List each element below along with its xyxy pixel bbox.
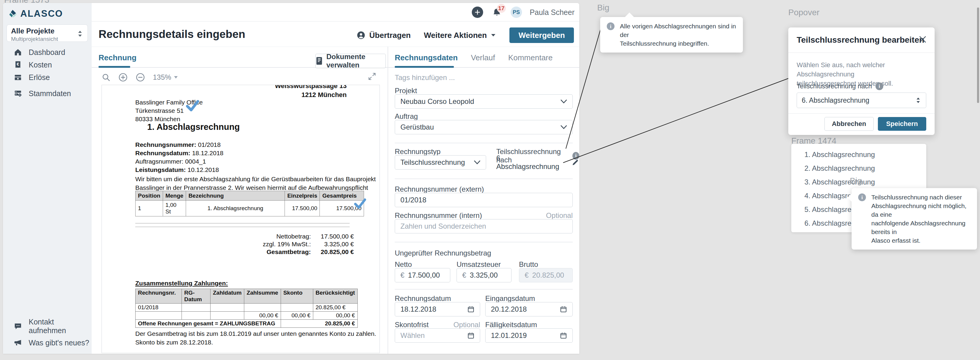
uebertragen-button[interactable]: Übertragen (356, 30, 411, 40)
rechnungsnummer-extern-label: Rechnungsnummer (extern) (395, 185, 484, 193)
invoice-document: Weisswurstpassage 13 1212 München Bassli… (102, 85, 380, 353)
caret-down-icon (490, 33, 496, 37)
project-selector-title: Alle Projekte (11, 27, 83, 35)
weitere-aktionen-label: Weitere Aktionen (424, 31, 487, 40)
tab-verlauf[interactable]: Verlauf (471, 53, 495, 62)
teilschluss-value-row: 6. Abschlagsrechnung (496, 155, 579, 170)
project-selector-subtitle: Multiprojektansicht (11, 36, 83, 43)
faelligkeitsdatum-input[interactable]: 12.01.2019 (485, 328, 573, 343)
zoom-level-value: 135% (153, 73, 171, 81)
tooltip-abschlagsrechnungen: i Alle vorigen Abschlagsrechnungen sind … (600, 17, 743, 52)
zoom-in-icon[interactable] (118, 73, 128, 82)
teilschluss-value: 6. Abschlagsrechnung (496, 154, 566, 171)
weitergeben-button[interactable]: Weitergeben (509, 27, 574, 43)
invoice-footer: Der Gesamtbetrag ist bis zum 18.01.2019 … (135, 329, 376, 347)
tab-rechnungsdaten-underline (395, 66, 454, 68)
svg-text:€: € (17, 62, 19, 67)
tags-input[interactable]: Tags hinzufügen ... (395, 73, 455, 82)
search-icon[interactable] (102, 73, 110, 82)
updown-chevron-icon (915, 97, 921, 104)
popover-select[interactable]: 6. Abschlagsrechnung (797, 92, 926, 108)
invoice-items-table: Position Menge Bezeichnung Einzelpreis G… (135, 191, 364, 216)
edit-teilschlussrechnung-popover: Teilschlussrechnung bearbeiten Wählen Si… (788, 27, 935, 135)
brutto-input: €20.825,00 (519, 268, 573, 282)
calendar-icon (560, 306, 567, 313)
auftrag-select[interactable]: Gerüstbau (395, 120, 573, 134)
check-icon (354, 198, 366, 209)
table-row: Offene Rechnungen gesamt = ZAHLUNGSBETRA… (135, 320, 358, 328)
sidebar-item-kontakt[interactable]: Kontakt aufnehmen (3, 320, 92, 332)
project-selector[interactable]: Alle Projekte Multiprojektansicht (6, 24, 88, 42)
rechnungsnummer-extern-input[interactable]: 01/2018 (395, 193, 573, 207)
invoice-totals: Nettobetrag:17.500,00 € zzgl. 19% MwSt.:… (251, 233, 354, 256)
rechnungsdatum-label: Rechnungsdatum (395, 294, 451, 303)
scrollbar[interactable] (977, 8, 979, 103)
skontofrist-label: Skontofrist (395, 320, 428, 329)
tab-rechnungsdaten[interactable]: Rechnungsdaten (395, 53, 458, 62)
popover-title: Teilschlussrechnung bearbeiten (797, 35, 924, 45)
sidebar-item-dashboard[interactable]: Dashboard (3, 46, 92, 58)
alasco-logo-text: ALASCO (20, 8, 63, 19)
save-button[interactable]: Speichern (878, 117, 926, 131)
receipt-euro-icon: € (14, 60, 22, 69)
rechnungstyp-select[interactable]: Teilschlussrechnung (395, 155, 486, 170)
check-icon (185, 99, 200, 112)
brutto-label: Brutto (519, 260, 538, 269)
rechnungsdatum-input[interactable]: 18.12.2018 (395, 302, 480, 316)
uebertragen-label: Übertragen (369, 31, 411, 40)
umsatzsteuer-input[interactable]: €3.325,00 (457, 268, 512, 282)
list-item[interactable]: 2. Abschlagsrechnung (804, 164, 875, 173)
betrag-section-heading: Ungeprüfter Rechnungsbetrag (395, 249, 491, 257)
eingangsdatum-label: Eingangsdatum (485, 294, 535, 303)
rechnungsnummer-intern-label: Rechnungsnummer (intern) (395, 211, 482, 220)
database-gear-icon (14, 89, 22, 98)
home-icon (14, 48, 22, 56)
invoice-meta: Rechnungsnummer: 01/2018 Rechnungsdatum:… (135, 141, 223, 174)
optional-hint: Optional (528, 211, 573, 220)
alasco-logo-icon (8, 9, 18, 18)
netto-input[interactable]: €17.500,00 (395, 268, 450, 282)
viewer-toolbar: 135% (102, 71, 380, 83)
skontofrist-input[interactable]: Wählen (395, 328, 480, 343)
user-name[interactable]: Paula Scheer (530, 8, 574, 17)
list-item[interactable]: 3. Abschlagsrechnung (804, 178, 875, 186)
zoom-out-icon[interactable] (135, 73, 145, 82)
faelligkeitsdatum-label: Fälligkeitsdatum (485, 320, 537, 329)
expand-icon[interactable] (368, 72, 376, 81)
sidebar-item-label: Kontakt aufnehmen (29, 317, 92, 335)
calendar-icon (467, 306, 474, 313)
avatar[interactable]: PS (511, 6, 522, 18)
tab-rechnung[interactable]: Rechnung (99, 53, 137, 62)
topbar: 17 PS Paula Scheer (92, 3, 579, 22)
sender-address: Weisswurstpassage 13 1212 München (275, 85, 347, 99)
optional-hint: Optional (435, 320, 480, 329)
sidebar-item-label: Dashboard (29, 48, 65, 57)
cancel-button[interactable]: Abbrechen (824, 117, 874, 131)
sidebar-item-label: Was gibt's neues? (29, 338, 89, 347)
sidebar-item-kosten[interactable]: € Kosten (3, 59, 92, 71)
rechnungsnummer-intern-input[interactable]: Zahlen und Sonderzeichen (395, 219, 573, 233)
frame-label-popover: Popover (788, 8, 819, 17)
list-item[interactable]: 1. Abschlagsrechnung (804, 151, 875, 159)
dokumente-verwalten-button[interactable]: Dokumente verwalten (315, 54, 386, 68)
info-icon[interactable]: i (875, 82, 883, 90)
updown-chevron-icon (77, 30, 83, 38)
notifications-button[interactable]: 17 (491, 6, 503, 18)
sidebar: ALASCO Alle Projekte Multiprojektansicht… (3, 3, 92, 354)
frame-label-big-1: Big (597, 3, 609, 13)
sidebar-item-erloese[interactable]: Erlöse (3, 71, 92, 83)
pencil-icon[interactable] (571, 159, 579, 166)
close-icon[interactable] (918, 35, 927, 44)
eingangsdatum-input[interactable]: 20.12.2018 (485, 302, 573, 316)
sidebar-item-stammdaten[interactable]: Stammdaten (3, 87, 92, 99)
calendar-icon (560, 332, 567, 339)
add-button[interactable] (472, 6, 483, 18)
projekt-select[interactable]: Neubau Corso Leopold (395, 94, 573, 109)
tab-kommentare[interactable]: Kommentare (508, 53, 553, 62)
sidebar-item-was-gibts-neues[interactable]: Was gibt's neues? (3, 337, 92, 349)
chevron-down-icon (560, 125, 567, 129)
weitere-aktionen-button[interactable]: Weitere Aktionen (424, 31, 496, 40)
zoom-level-dropdown[interactable]: 135% (153, 73, 178, 81)
notification-badge: 17 (497, 4, 506, 13)
payments-table: Rechnungsnr. RG-Datum Zahldatum Zahlsumm… (135, 289, 358, 328)
